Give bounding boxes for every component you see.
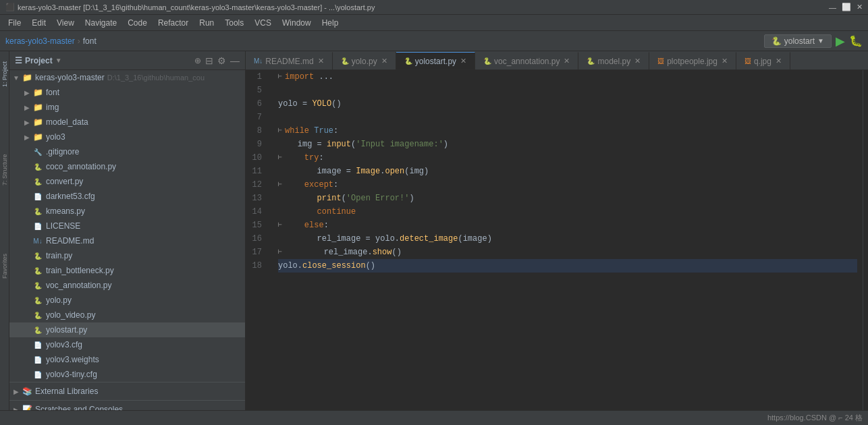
tree-item-train[interactable]: ▶ 🐍 train.py <box>9 248 245 263</box>
tree-label-kmeans: kmeans.py <box>46 206 85 216</box>
tree-label-gitignore: .gitignore <box>46 147 79 157</box>
file-icon-license: 📄 <box>32 221 43 231</box>
code-kw-continue: continue <box>317 205 356 219</box>
code-kw-try: try <box>304 151 319 165</box>
tree-item-yolo-video[interactable]: ▶ 🐍 yolo_video.py <box>9 308 245 322</box>
bottom-bar: https://blog.CSDN @ ⌐ 24 格 <box>0 410 868 425</box>
tree-spacer-darknet53: ▶ <box>23 192 31 200</box>
code-line-11: image = Image.open(img) <box>278 165 857 178</box>
minimize-btn[interactable]: — <box>829 3 836 11</box>
project-panel-label: ☰ <box>15 56 22 65</box>
menu-code[interactable]: Code <box>122 17 153 29</box>
line-numbers: 1 5 6 7 8 9 10 11 12 13 14 15 16 17 18 <box>246 70 273 425</box>
file-icon-coco: 🐍 <box>32 161 43 172</box>
tree-item-yolo[interactable]: ▶ 🐍 yolo.py <box>9 293 245 308</box>
tree-item-yolostart[interactable]: ▶ 🐍 yolostart.py <box>9 322 245 337</box>
folder-icon-root: 📁 <box>22 72 32 83</box>
menu-help[interactable]: Help <box>317 17 344 29</box>
tree-arrow-root: ▼ <box>12 74 20 82</box>
close-btn[interactable]: ✕ <box>857 3 863 11</box>
maximize-btn[interactable]: ⬜ <box>842 3 851 11</box>
line-num-4: 7 <box>246 111 267 124</box>
fold-marker-12: ⊢ <box>278 178 282 192</box>
menu-navigate[interactable]: Navigate <box>80 17 122 29</box>
tab-close-model[interactable]: ✕ <box>634 57 641 65</box>
tab-plotpeople[interactable]: 🖼 plotpeople.jpg ✕ <box>649 52 736 69</box>
debug-button[interactable]: 🐛 <box>849 34 863 47</box>
menu-run[interactable]: Run <box>194 17 219 29</box>
tab-voc-annotation[interactable]: 🐍 voc_annotation.py ✕ <box>475 52 578 69</box>
tab-close-plotpeople[interactable]: ✕ <box>722 57 728 65</box>
breadcrumb-project[interactable]: keras-yolo3-master <box>5 36 75 46</box>
tab-model[interactable]: 🐍 model.py ✕ <box>578 52 649 69</box>
tree-item-model-data[interactable]: ▶ 📁 model_data <box>9 115 245 130</box>
tree-item-license[interactable]: ▶ 📄 LICENSE <box>9 219 245 233</box>
code-editor[interactable]: 1 5 6 7 8 9 10 11 12 13 14 15 16 17 18 ⊢ <box>246 70 868 425</box>
tree-root[interactable]: ▼ 📁 keras-yolo3-master D:\1_3_16\github\… <box>9 70 245 85</box>
tree-item-readme[interactable]: ▶ M↓ README.md <box>9 233 245 248</box>
chevron-down-icon[interactable]: ▼ <box>55 57 62 64</box>
tree-spacer-trainb: ▶ <box>23 266 31 275</box>
sidebar-header: ☰ Project ▼ ⊕ ⊟ ⚙ — <box>9 51 245 70</box>
tab-close-voc[interactable]: ✕ <box>564 57 570 65</box>
sidebar: ☰ Project ▼ ⊕ ⊟ ⚙ — ▼ 📁 keras-yolo3-mast… <box>9 51 246 425</box>
menu-view[interactable]: View <box>51 17 80 29</box>
tree-arrow-font: ▶ <box>23 88 31 96</box>
tree-item-darknet53[interactable]: ▶ 📄 darknet53.cfg <box>9 189 245 204</box>
close-sidebar-icon[interactable]: — <box>230 55 240 66</box>
settings-icon[interactable]: ⚙ <box>217 55 226 66</box>
code-fn-image: Image <box>356 165 380 178</box>
tree-item-external-libraries[interactable]: ▶ 📚 External Libraries <box>9 384 245 399</box>
tree-item-convert[interactable]: ▶ 🐍 convert.py <box>9 174 245 189</box>
code-kw-while: while <box>285 124 309 138</box>
menu-file[interactable]: File <box>3 17 26 29</box>
menu-tools[interactable]: Tools <box>219 17 249 29</box>
sidebar-content[interactable]: ▼ 📁 keras-yolo3-master D:\1_3_16\github\… <box>9 70 245 425</box>
structure-panel-toggle[interactable]: 7: Structure <box>1 150 9 190</box>
run-button[interactable]: ▶ <box>836 34 845 49</box>
code-paren13: ( <box>342 192 346 205</box>
tree-item-font[interactable]: ▶ 📁 font <box>9 85 245 100</box>
run-config-button[interactable]: 🐍 yolostart ▼ <box>764 34 832 48</box>
tab-yolo[interactable]: 🐍 yolo.py ✕ <box>333 52 396 69</box>
tree-item-gitignore[interactable]: ▶ 🔧 .gitignore <box>9 144 245 159</box>
favorites-panel-toggle[interactable]: Favorites <box>1 246 9 286</box>
code-content[interactable]: ⊢ import ... yolo = YOLO() ⊢ while <box>273 70 863 425</box>
chevron-down-icon: ▼ <box>817 37 824 45</box>
code-line-empty-2 <box>278 111 857 124</box>
title-bar: ⬛ keras-yolo3-master [D:\1_3_16\github\h… <box>0 0 868 15</box>
menu-window[interactable]: Window <box>277 17 317 29</box>
tab-q[interactable]: 🖼 q.jpg ✕ <box>736 52 790 69</box>
project-title: Project <box>25 56 53 65</box>
project-panel-toggle[interactable]: 1: Project <box>1 54 9 94</box>
tree-item-coco-annotation[interactable]: ▶ 🐍 coco_annotation.py <box>9 159 245 174</box>
tree-item-voc-annotation[interactable]: ▶ 🐍 voc_annotation.py <box>9 278 245 293</box>
tab-close-readme[interactable]: ✕ <box>318 57 324 65</box>
tab-close-yolostart[interactable]: ✕ <box>460 57 466 65</box>
menu-refactor[interactable]: Refactor <box>153 17 194 29</box>
collapse-all-icon[interactable]: ⊟ <box>205 55 213 66</box>
tree-item-train-bottleneck[interactable]: ▶ 🐍 train_bottleneck.py <box>9 263 245 278</box>
tree-item-kmeans[interactable]: ▶ 🐍 kmeans.py <box>9 204 245 219</box>
tree-item-img[interactable]: ▶ 📁 img <box>9 100 245 115</box>
file-icon-train: 🐍 <box>32 250 43 261</box>
tab-close-yolo[interactable]: ✕ <box>381 57 387 65</box>
tree-item-yolov3-tiny[interactable]: ▶ 📄 yolov3-tiny.cfg <box>9 367 245 382</box>
tree-spacer-coco: ▶ <box>23 163 31 171</box>
locate-file-icon[interactable]: ⊕ <box>194 56 201 65</box>
fold-marker-8: ⊢ <box>278 124 282 138</box>
file-icon-yolov3-tiny: 📄 <box>32 369 43 380</box>
breadcrumb-folder[interactable]: font <box>83 36 97 46</box>
menu-vcs[interactable]: VCS <box>249 17 277 29</box>
code-sp1 <box>309 124 314 138</box>
code-indent-13 <box>278 192 317 205</box>
tree-item-yolov3-cfg[interactable]: ▶ 📄 yolov3.cfg <box>9 337 245 352</box>
file-icon-kmeans: 🐍 <box>32 206 43 217</box>
tree-item-yolo3[interactable]: ▶ 📁 yolo3 <box>9 130 245 144</box>
tab-readme[interactable]: M↓ README.md ✕ <box>246 52 333 69</box>
tab-yolostart[interactable]: 🐍 yolostart.py ✕ <box>396 52 475 69</box>
line-num-13: 16 <box>246 232 267 246</box>
tab-close-q[interactable]: ✕ <box>776 57 782 65</box>
menu-edit[interactable]: Edit <box>26 17 51 29</box>
tree-item-yolov3-weights[interactable]: ▶ 📄 yolov3.weights <box>9 352 245 367</box>
